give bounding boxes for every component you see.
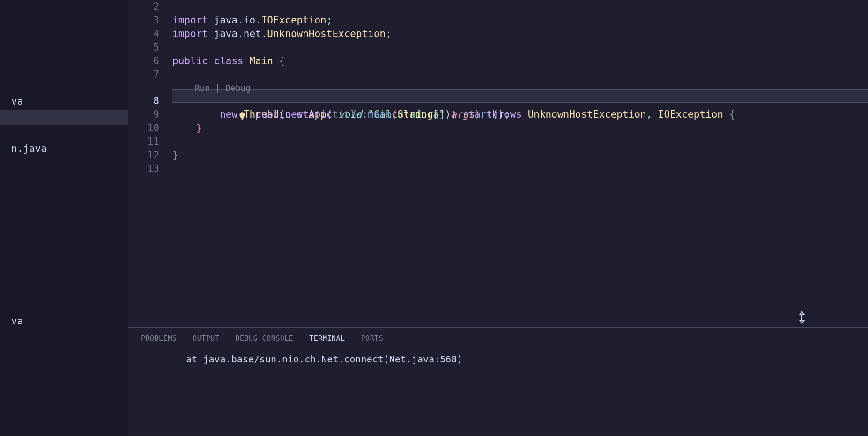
code-line-6[interactable]: public class Main { [172,54,868,68]
tab-ports[interactable]: PORTS [361,334,384,346]
file-explorer-sidebar[interactable]: va n.java va [0,0,128,436]
code-line-12[interactable]: } [172,149,868,162]
code-line-11[interactable] [172,135,868,149]
code-line-13[interactable] [172,162,868,176]
sidebar-file-item-active[interactable] [0,110,128,125]
code-line-7[interactable] [172,68,868,82]
code-line-2[interactable] [172,0,868,14]
resize-cursor-icon [797,311,807,327]
sidebar-file-item[interactable]: n.java [0,141,128,156]
code-line-10[interactable]: } [172,121,868,135]
code-line-4[interactable]: import java.net.UnknownHostException; [172,27,868,41]
code-editor[interactable]: 2 3 4 5 6 7 8 9 10 11 12 13 import java.… [128,0,868,327]
bottom-panel: PROBLEMS OUTPUT DEBUG CONSOLE TERMINAL P… [128,327,868,436]
tab-terminal[interactable]: TERMINAL [309,334,345,346]
tab-output[interactable]: OUTPUT [193,334,219,346]
tab-debug-console[interactable]: DEBUG CONSOLE [235,334,293,346]
line-number-gutter: 2 3 4 5 6 7 8 9 10 11 12 13 [128,0,172,327]
code-line-5[interactable] [172,41,868,54]
tab-problems[interactable]: PROBLEMS [141,334,177,346]
sidebar-file-item[interactable]: va [0,314,128,329]
code-line-8[interactable]: public static void main(String[] args) t… [172,94,868,108]
lightbulb-icon[interactable] [167,97,175,105]
code-line-3[interactable]: import java.io.IOException; [172,14,868,27]
sidebar-file-item[interactable]: va [0,94,128,109]
terminal-output[interactable]: at java.base/sun.nio.ch.Net.connect(Net.… [128,350,868,436]
panel-tabs: PROBLEMS OUTPUT DEBUG CONSOLE TERMINAL P… [128,328,868,350]
